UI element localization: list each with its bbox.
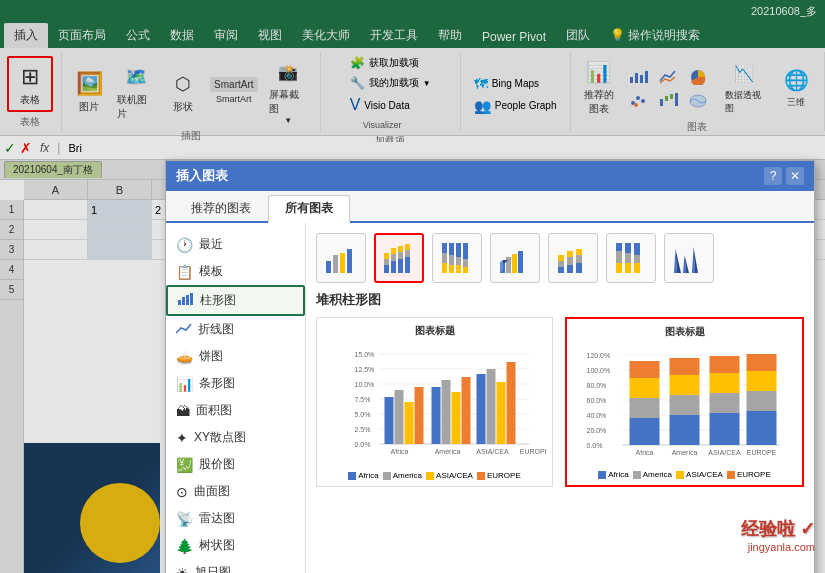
legend2-asiacea: ASIA/CEA (676, 470, 723, 479)
svg-rect-59 (567, 265, 573, 273)
sunburst-chart-sidebar-icon: ☀ (176, 565, 189, 574)
svg-rect-98 (432, 387, 441, 444)
svg-rect-68 (625, 243, 631, 253)
chart-type-3d-clustered[interactable] (490, 233, 540, 283)
svg-rect-37 (442, 263, 447, 273)
svg-rect-97 (415, 387, 424, 444)
svg-rect-35 (442, 243, 447, 253)
pie-chart-sidebar-icon: 🥧 (176, 349, 193, 365)
sidebar-treemap-chart[interactable]: 🌲 树状图 (166, 532, 305, 559)
3d-cone-bar-icon (670, 239, 708, 277)
svg-text:120.0%: 120.0% (587, 352, 611, 359)
svg-rect-32 (405, 250, 410, 257)
svg-rect-105 (507, 362, 516, 444)
chart-type-clustered[interactable] (316, 233, 366, 283)
svg-text:ASIA/CEA: ASIA/CEA (708, 449, 741, 456)
chart-type-stacked[interactable] (374, 233, 424, 283)
preview-clustered[interactable]: 图表标题 15.0% 12.5% 10.0% 7.5% 5.0% 2.5% 0.… (316, 317, 553, 487)
svg-text:2.5%: 2.5% (355, 426, 371, 433)
tab-all-charts[interactable]: 所有图表 (268, 195, 350, 223)
sidebar-pie-label: 饼图 (199, 348, 223, 365)
svg-rect-49 (463, 267, 468, 273)
svg-rect-22 (384, 265, 389, 273)
dialog-help-button[interactable]: ? (764, 167, 782, 185)
legend2-asiacea-color (676, 471, 684, 479)
surface-chart-sidebar-icon: ⊙ (176, 484, 188, 500)
radar-chart-sidebar-icon: 📡 (176, 511, 193, 527)
svg-rect-139 (747, 354, 777, 371)
chart-type-3d-stacked[interactable] (548, 233, 598, 283)
recent-icon: 🕐 (176, 237, 193, 253)
svg-text:Africa: Africa (391, 448, 409, 455)
svg-rect-25 (391, 261, 396, 273)
watermark-line2: jingyanla.com (741, 541, 815, 553)
svg-text:40.0%: 40.0% (587, 412, 607, 419)
legend2-europe-label: EUROPE (737, 470, 771, 479)
bar-chart-sidebar-icon (178, 292, 194, 309)
sidebar-pie-chart[interactable]: 🥧 饼图 (166, 343, 305, 370)
preview-stacked[interactable]: 图表标题 120.0% 100.0% 80.0% 60.0% 40.0% 20.… (565, 317, 804, 487)
svg-rect-125 (630, 398, 660, 418)
preview-title-1: 图表标题 (323, 324, 546, 338)
3d-stacked-bar-icon (554, 239, 592, 277)
sidebar-stock-label: 股价图 (199, 456, 235, 473)
stacked-bar-icon (380, 239, 418, 277)
sidebar-area-label: 面积图 (196, 402, 232, 419)
legend-africa-color (348, 472, 356, 480)
sidebar-scatter-chart[interactable]: ✦ XY散点图 (166, 424, 305, 451)
svg-rect-63 (576, 255, 582, 263)
svg-rect-56 (558, 267, 564, 273)
legend2-africa-color (598, 471, 606, 479)
svg-rect-69 (625, 253, 631, 263)
sidebar-area-chart[interactable]: 🏔 面积图 (166, 397, 305, 424)
svg-rect-52 (512, 254, 517, 273)
sidebar-radar-chart[interactable]: 📡 雷达图 (166, 505, 305, 532)
sidebar-line-chart[interactable]: 折线图 (166, 316, 305, 343)
svg-text:EUROPE: EUROPE (520, 448, 546, 455)
sidebar-sunburst-chart[interactable]: ☀ 旭日图 (166, 559, 305, 573)
line-chart-sidebar-icon (176, 321, 192, 338)
chart-type-3d-cone[interactable] (664, 233, 714, 283)
chart-type-3d-stacked100[interactable] (606, 233, 656, 283)
svg-rect-128 (670, 415, 700, 445)
stacked-bar-chart-svg: 120.0% 100.0% 80.0% 60.0% 40.0% 20.0% 0.… (573, 343, 796, 463)
svg-rect-138 (747, 371, 777, 391)
sidebar-sunburst-label: 旭日图 (195, 564, 231, 573)
chart-legend-2: Africa America ASIA/CEA (573, 470, 796, 479)
svg-rect-36 (442, 253, 447, 263)
treemap-chart-sidebar-icon: 🌲 (176, 538, 193, 554)
svg-rect-45 (456, 265, 461, 273)
dialog-close-button[interactable]: ✕ (786, 167, 804, 185)
chart-legend-1: Africa America ASIA/CEA (323, 471, 546, 480)
legend2-asiacea-label: ASIA/CEA (686, 470, 723, 479)
svg-text:10.0%: 10.0% (355, 381, 375, 388)
svg-text:5.0%: 5.0% (355, 411, 371, 418)
watermark: 经验啦 ✓ jingyanla.com (741, 517, 815, 553)
template-icon: 📋 (176, 264, 193, 280)
sidebar-template-label: 模板 (199, 263, 223, 280)
legend-europe: EUROPE (477, 471, 521, 480)
svg-rect-103 (487, 369, 496, 444)
svg-rect-72 (634, 255, 640, 263)
legend-asiacea: ASIA/CEA (426, 471, 473, 480)
svg-text:0.0%: 0.0% (355, 441, 371, 448)
svg-rect-23 (384, 259, 389, 265)
sidebar-hbar-chart[interactable]: 📊 条形图 (166, 370, 305, 397)
legend-america-label: America (393, 471, 422, 480)
sidebar-template[interactable]: 📋 模板 (166, 258, 305, 285)
legend-america-color (383, 472, 391, 480)
legend-asiacea-color (426, 472, 434, 480)
legend-africa: Africa (348, 471, 378, 480)
tab-recommended[interactable]: 推荐的图表 (174, 195, 268, 221)
sidebar-stock-chart[interactable]: 💹 股价图 (166, 451, 305, 478)
sidebar-recent[interactable]: 🕐 最近 (166, 231, 305, 258)
sidebar-bar-chart[interactable]: 柱形图 (166, 285, 305, 316)
legend2-africa: Africa (598, 470, 628, 479)
sidebar-surface-chart[interactable]: ⊙ 曲面图 (166, 478, 305, 505)
svg-rect-21 (347, 249, 352, 273)
svg-rect-61 (567, 251, 573, 257)
chart-type-stacked100[interactable] (432, 233, 482, 283)
svg-rect-62 (576, 263, 582, 273)
svg-rect-27 (391, 248, 396, 254)
sidebar-surface-label: 曲面图 (194, 483, 230, 500)
